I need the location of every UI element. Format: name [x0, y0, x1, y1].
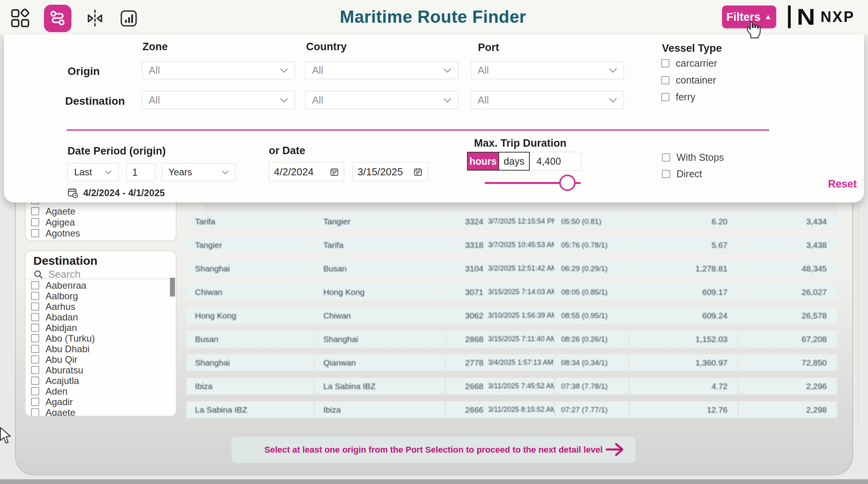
checkbox[interactable] — [661, 76, 669, 84]
destination-list-item[interactable]: Abu Qir — [31, 354, 95, 365]
checkbox[interactable] — [31, 387, 39, 395]
chevron-down-icon — [443, 98, 452, 103]
origin-list-item[interactable]: Agotnes — [31, 228, 80, 238]
destination-row-label: Destination — [65, 95, 125, 107]
mirror-icon[interactable] — [85, 8, 105, 29]
destination-list-item[interactable]: Aburatsu — [31, 365, 95, 375]
reset-button[interactable]: Reset — [828, 178, 857, 190]
table-row[interactable]: BusanShanghai28683/15/2025 7:11:40 AM08:… — [186, 331, 838, 348]
route-icon[interactable] — [44, 5, 71, 32]
checkbox[interactable] — [31, 398, 39, 406]
max-duration-input[interactable] — [530, 152, 582, 171]
destination-list-item[interactable]: Aalborg — [31, 291, 95, 301]
checkbox[interactable] — [31, 218, 39, 226]
chevron-down-icon — [443, 68, 452, 73]
table-row[interactable]: ShanghaiQianwan27783/4/2025 1:57:13 AM08… — [186, 354, 838, 371]
checkbox-label: Abidjan — [46, 322, 77, 333]
checkbox[interactable] — [31, 302, 39, 311]
origin-country-dropdown[interactable]: All — [305, 61, 458, 79]
destination-list-item[interactable]: Abidjan — [31, 322, 95, 333]
checkbox[interactable] — [31, 281, 39, 289]
date-period-unit-dropdown[interactable]: Years — [162, 163, 235, 181]
vessel-type-option[interactable]: container — [661, 75, 717, 86]
vessel-type-option[interactable]: ferry — [661, 92, 717, 102]
table-row[interactable]: Hong KongChiwan30623/10/2025 1:56:39 AM0… — [186, 307, 838, 324]
checkbox[interactable] — [31, 324, 39, 332]
checkbox-label: Aden — [46, 386, 67, 397]
duration-slider-handle[interactable] — [559, 175, 576, 191]
checkbox-label: carcarrier — [676, 58, 717, 69]
table-scrollbar-track[interactable] — [858, 206, 858, 426]
checkbox-label: Aarhus — [46, 301, 75, 312]
checkbox[interactable] — [31, 292, 39, 300]
app-header: Maritime Route Finder Filters ▲ N NXP — [0, 0, 868, 35]
proceed-arrow-button[interactable] — [604, 442, 626, 459]
origin-list-item[interactable]: Agigea — [31, 217, 80, 227]
origin-port-dropdown[interactable]: All — [471, 61, 624, 79]
days-toggle-button[interactable]: days — [498, 153, 529, 170]
table-row[interactable]: TangierTarifa33183/7/2025 10:45:53 AM05:… — [186, 237, 838, 253]
checkbox[interactable] — [662, 170, 670, 178]
destination-list-item[interactable]: Abadan — [31, 312, 95, 322]
checkbox[interactable] — [31, 355, 39, 364]
destination-list-item[interactable]: Agadir — [31, 397, 95, 407]
checkbox[interactable] — [661, 93, 669, 101]
checkbox[interactable] — [31, 377, 39, 385]
table-cell-origin: Tarifa — [186, 213, 314, 230]
destination-list-item[interactable]: Aabenraa — [31, 280, 95, 291]
date-period-amount-input[interactable] — [126, 163, 155, 181]
date-period-label: Date Period (origin) — [67, 145, 166, 157]
vessel-type-option[interactable]: carcarrier — [661, 58, 717, 69]
checkbox[interactable] — [31, 334, 39, 342]
table-row[interactable]: TarifaTangier33243/7/2025 12:15:54 PM05:… — [186, 213, 838, 230]
destination-list-item[interactable]: Aden — [31, 386, 95, 397]
port-column-header: Port — [478, 42, 499, 54]
checkbox[interactable] — [31, 408, 39, 417]
destination-list-item[interactable]: Acajutla — [31, 375, 95, 386]
table-cell-avg: 1,278.81 — [629, 260, 738, 277]
checkbox[interactable] — [662, 153, 670, 162]
nxp-n-glyph: N — [797, 5, 815, 28]
destination-zone-dropdown[interactable]: All — [142, 91, 295, 109]
checkbox[interactable] — [661, 59, 669, 67]
destination-country-dropdown[interactable]: All — [305, 91, 458, 109]
destination-list-item[interactable]: Agaete — [31, 407, 95, 417]
origin-list-item[interactable]: Agaete — [31, 206, 80, 217]
destination-list-item[interactable]: Aarhus — [31, 301, 95, 312]
route-option[interactable]: Direct — [662, 169, 724, 179]
apps-icon[interactable] — [10, 8, 31, 29]
zone-column-header: Zone — [142, 41, 168, 53]
checkbox-label: Abu Dhabi — [46, 344, 89, 355]
table-cell-origin: Busan — [186, 331, 314, 348]
table-cell-voyages: 2668 — [446, 378, 487, 395]
table-row[interactable]: ChiwanHong Kong30713/15/2025 7:14:03 AM0… — [186, 284, 838, 300]
destination-port-dropdown[interactable]: All — [471, 91, 624, 109]
route-option[interactable]: With Stops — [662, 152, 724, 163]
chart-icon[interactable] — [119, 8, 139, 29]
date-period-mode-dropdown[interactable]: Last — [67, 163, 119, 181]
scrollbar-thumb[interactable] — [170, 278, 175, 297]
table-cell-voyages: 2778 — [446, 354, 487, 371]
checkbox[interactable] — [31, 366, 39, 374]
date-from-input[interactable]: 4/2/2024 — [269, 162, 344, 181]
table-row[interactable]: IbizaLa Sabina IBZ26683/11/2025 7:45:52 … — [186, 378, 838, 395]
checkbox[interactable] — [31, 229, 39, 237]
table-row[interactable]: La Sabina IBZIbiza26663/11/2025 8:15:52 … — [186, 401, 838, 418]
filters-panel: Zone Country Port Vessel Type Origin Des… — [4, 35, 864, 202]
filters-toggle-button[interactable]: Filters ▲ — [722, 5, 776, 28]
destination-list-item[interactable]: Abu Dhabi — [31, 344, 95, 354]
table-cell-departure: 3/7/2025 12:15:54 PM — [487, 213, 554, 230]
bottom-strip — [0, 479, 868, 484]
origin-zone-dropdown[interactable]: All — [142, 61, 295, 79]
date-to-input[interactable]: 3/15/2025 — [352, 162, 428, 181]
checkbox-label: Agaete — [46, 407, 75, 417]
checkbox[interactable] — [31, 313, 39, 321]
table-cell-avg: 1,152.03 — [629, 331, 738, 348]
table-row[interactable]: ShanghaiBusan31043/2/2025 12:51:42 AM06:… — [186, 260, 838, 277]
checkbox-label: Aabenraa — [46, 280, 86, 291]
checkbox[interactable] — [31, 207, 39, 215]
table-cell-departure: 3/11/2025 8:15:52 AM — [487, 401, 554, 418]
destination-list-item[interactable]: Abo (Turku) — [31, 333, 95, 344]
hours-toggle-button[interactable]: hours — [468, 153, 498, 170]
checkbox[interactable] — [31, 345, 39, 353]
